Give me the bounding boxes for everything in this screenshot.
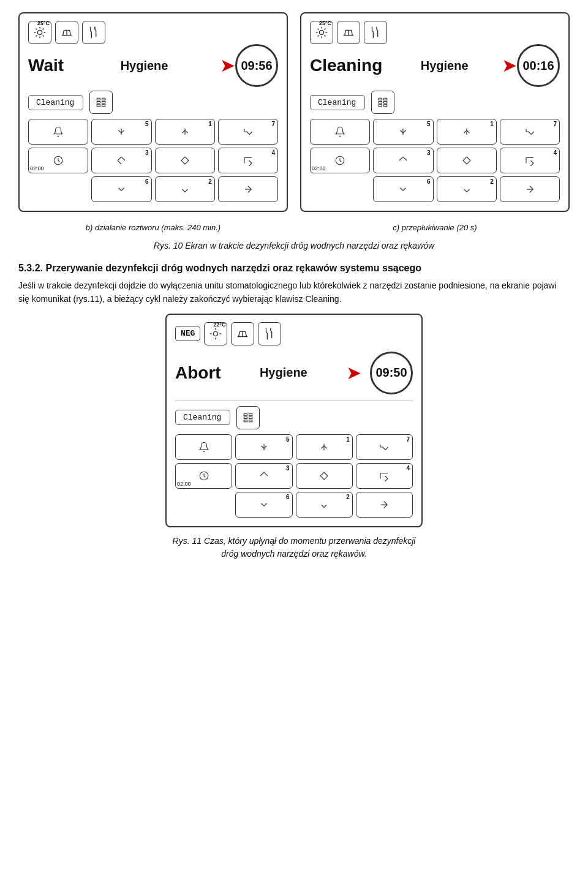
arrow5-btn-left[interactable]: 5 <box>91 119 151 145</box>
bp-cleaning-btn[interactable]: Cleaning <box>175 410 230 425</box>
left-btn-grid: 5 1 7 02:00 3 <box>28 119 278 202</box>
arrow1r-btn[interactable]: 1 <box>437 119 497 145</box>
svg-line-8 <box>36 35 37 36</box>
svg-line-28 <box>324 28 325 29</box>
arrow2r-btn[interactable]: 2 <box>437 176 497 202</box>
svg-line-6 <box>42 35 43 36</box>
right-time: 00:16 <box>517 44 560 87</box>
arrowRr-btn[interactable] <box>500 176 560 202</box>
arrow4-btn-left[interactable]: 4 <box>218 148 278 173</box>
right-cleaning-row: Cleaning <box>310 91 560 114</box>
left-time: 09:56 <box>235 44 278 87</box>
bp-tray-icon <box>231 322 254 345</box>
right-red-arrow: ➤ <box>502 56 517 75</box>
svg-rect-35 <box>379 105 382 107</box>
arrow3-btn-left[interactable]: 3 <box>91 148 151 173</box>
arrow2-btn-bp[interactable]: 2 <box>296 492 353 518</box>
arrow2-btn-left[interactable]: 2 <box>155 176 215 202</box>
fig11-caption: Rys. 11 Czas, który upłynął do momentu p… <box>18 535 570 560</box>
sun-icon-right: 25°C <box>310 21 333 44</box>
page: 25°C Wait Hygiene ➤ 09:56 <box>0 0 588 573</box>
temp-label-right: 25°C <box>319 20 331 26</box>
clock-btn-left[interactable]: 02:00 <box>28 148 88 173</box>
captions-row: b) działanie roztworu (maks. 240 min.) c… <box>18 223 570 232</box>
svg-rect-12 <box>102 98 105 100</box>
bottom-panel: NEG 22°C Abort Hygiene ➤ <box>165 314 423 527</box>
svg-rect-15 <box>97 105 100 107</box>
left-top-icons: 25°C <box>28 21 278 44</box>
bp-cleaning-row: Cleaning <box>175 406 413 429</box>
left-cleaning-row: Cleaning <box>28 91 278 114</box>
left-red-arrow: ➤ <box>220 56 235 75</box>
arrowR-btn-bp[interactable] <box>356 492 413 518</box>
tray-icon-right <box>337 21 360 44</box>
svg-rect-50 <box>249 416 252 418</box>
section-text: Jeśli w trakcie dezynfekcji dojdzie do w… <box>18 279 570 306</box>
svg-line-5 <box>36 28 37 29</box>
sun-icon-left: 25°C <box>28 21 51 44</box>
clock-btn-right[interactable]: 02:00 <box>310 148 370 173</box>
svg-rect-13 <box>97 102 100 104</box>
svg-rect-47 <box>244 413 247 415</box>
arrow5-btn-bp[interactable]: 5 <box>235 434 292 460</box>
arrow4-btn-bp[interactable]: 4 <box>356 463 413 489</box>
bp-abort-label: Abort <box>175 363 221 383</box>
svg-rect-16 <box>102 105 105 107</box>
arrowR-btn-left[interactable] <box>218 176 278 202</box>
left-cleaning-btn[interactable]: Cleaning <box>28 95 83 110</box>
right-grid-icon <box>371 91 394 114</box>
arrow5r-btn[interactable]: 5 <box>373 119 433 145</box>
arrow6r-btn[interactable]: 6 <box>373 176 433 202</box>
fork-icon-left <box>82 21 105 44</box>
top-panels: 25°C Wait Hygiene ➤ 09:56 <box>18 12 570 212</box>
arrow6-btn-left[interactable]: 6 <box>91 176 151 202</box>
diamond-btn-right[interactable] <box>437 148 497 173</box>
arrow3r-btn[interactable]: 3 <box>373 148 433 173</box>
bottom-panel-wrap: NEG 22°C Abort Hygiene ➤ <box>18 314 570 527</box>
fig10-caption: Rys. 10 Ekran w trakcie dezynfekcji dróg… <box>18 241 570 251</box>
svg-rect-52 <box>249 420 252 422</box>
arrow7-btn-left[interactable]: 7 <box>218 119 278 145</box>
bp-temp-icon: 22°C <box>204 322 227 345</box>
arrow6-btn-bp[interactable]: 6 <box>235 492 292 518</box>
svg-marker-40 <box>463 157 470 164</box>
tray-icon-left <box>55 21 78 44</box>
bp-btn-grid: 5 1 7 02:00 3 <box>175 434 413 518</box>
empty-btn-bp <box>175 492 232 518</box>
arrow1-btn-bp[interactable]: 1 <box>296 434 353 460</box>
svg-rect-11 <box>97 98 100 100</box>
bp-grid-icon <box>236 406 260 429</box>
svg-rect-36 <box>384 105 387 107</box>
svg-point-41 <box>214 331 218 336</box>
bp-hygiene-label: Hygiene <box>230 366 337 380</box>
arrow3-btn-bp[interactable]: 3 <box>235 463 292 489</box>
svg-rect-49 <box>244 416 247 418</box>
right-caption: c) przepłukiwanie (20 s) <box>300 223 570 232</box>
svg-marker-56 <box>320 472 328 480</box>
svg-line-7 <box>42 28 43 29</box>
left-title-row: Wait Hygiene ➤ 09:56 <box>28 44 278 87</box>
diamond-btn-left[interactable] <box>155 148 215 173</box>
arrow1-btn-left[interactable]: 1 <box>155 119 215 145</box>
clock-btn-bp[interactable]: 02:00 <box>175 463 232 489</box>
right-cleaning-btn[interactable]: Cleaning <box>310 95 365 110</box>
arrow7-btn-bp[interactable]: 7 <box>356 434 413 460</box>
svg-rect-48 <box>249 413 252 415</box>
bp-divider <box>175 401 413 401</box>
svg-point-0 <box>37 30 42 34</box>
section-title: 5.3.2. Przerywanie dezynfekcji dróg wodn… <box>18 263 570 274</box>
bell-btn-bp[interactable] <box>175 434 232 460</box>
arrow4r-btn[interactable]: 4 <box>500 148 560 173</box>
bell-btn-right[interactable] <box>310 119 370 145</box>
bp-top-icons: NEG 22°C <box>175 322 413 345</box>
arrow7r-btn[interactable]: 7 <box>500 119 560 145</box>
diamond-btn-bp[interactable] <box>296 463 353 489</box>
empty-btn-left <box>28 176 88 202</box>
svg-rect-34 <box>384 102 387 104</box>
left-panel: 25°C Wait Hygiene ➤ 09:56 <box>18 12 288 212</box>
fork-icon-right <box>364 21 387 44</box>
svg-marker-20 <box>181 157 189 164</box>
svg-rect-33 <box>379 102 382 104</box>
bell-btn-left[interactable] <box>28 119 88 145</box>
bp-fork-icon <box>258 322 281 345</box>
